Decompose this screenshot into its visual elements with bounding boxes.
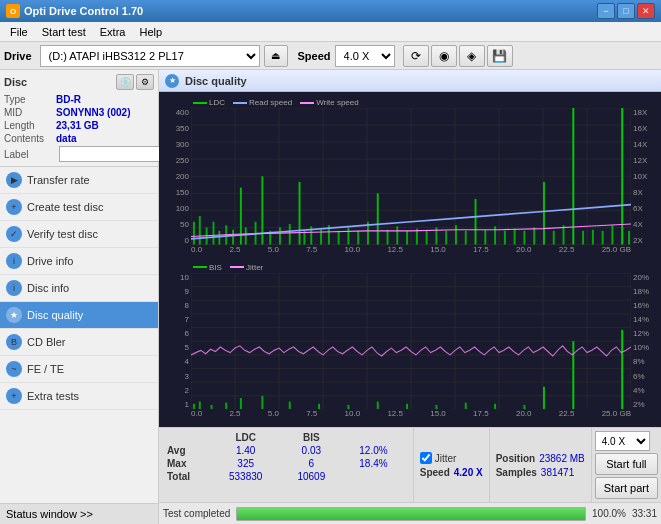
- chart2-legend: BIS Jitter: [193, 263, 263, 272]
- toolbar-btn-3[interactable]: ◈: [459, 45, 485, 67]
- chart1-inner: [191, 108, 631, 245]
- stats-jitter-max: 18.4%: [342, 457, 405, 470]
- svg-rect-57: [514, 229, 516, 245]
- x-tick-0-0: 0.0: [191, 245, 202, 254]
- toolbar-btn-1[interactable]: ⟳: [403, 45, 429, 67]
- chart1-svg: [191, 108, 631, 245]
- chart1-legend: LDC Read speed Write speed: [193, 98, 359, 107]
- quality-header: ★ Disc quality: [159, 70, 661, 92]
- nav-icon-cd-bler: B: [6, 334, 22, 350]
- sidebar-item-disc-quality[interactable]: ★ Disc quality: [0, 302, 158, 329]
- svg-rect-32: [279, 227, 281, 244]
- jitter-check-row: Jitter: [420, 452, 483, 464]
- speed-row: Speed 4.20 X: [420, 467, 483, 478]
- nav-label-disc-quality: Disc quality: [27, 309, 83, 321]
- y-tick-300: 300: [176, 140, 189, 149]
- svg-rect-56: [504, 231, 506, 245]
- drive-select[interactable]: (D:) ATAPI iHBS312 2 PL17: [40, 45, 260, 67]
- chart2: BIS Jitter 10 9 8 7 6 5 4 3: [163, 261, 657, 424]
- stats-table: LDC BIS Avg 1.40 0.03 12.0%: [167, 431, 405, 483]
- legend-jitter: Jitter: [230, 263, 263, 272]
- sidebar-item-create-test-disc[interactable]: + Create test disc: [0, 194, 158, 221]
- svg-rect-61: [553, 231, 555, 245]
- start-full-button[interactable]: Start full: [595, 453, 658, 475]
- close-button[interactable]: ✕: [637, 3, 655, 19]
- disc-icon-cd[interactable]: 💿: [116, 74, 134, 90]
- sidebar-item-cd-bler[interactable]: B CD Bler: [0, 329, 158, 356]
- x-tick-22-5: 22.5: [559, 245, 575, 254]
- svg-rect-60: [543, 182, 545, 245]
- sidebar-item-transfer-rate[interactable]: ▶ Transfer rate: [0, 167, 158, 194]
- sidebar-item-verify-test-disc[interactable]: ✓ Verify test disc: [0, 221, 158, 248]
- maximize-button[interactable]: □: [617, 3, 635, 19]
- svg-rect-52: [465, 231, 467, 245]
- speed-select-stats[interactable]: 4.0 X: [595, 431, 650, 451]
- status-window-button[interactable]: Status window >>: [0, 503, 158, 524]
- minimize-button[interactable]: −: [597, 3, 615, 19]
- jitter-checkbox[interactable]: [420, 452, 432, 464]
- stats-speed-label: Speed: [420, 467, 450, 478]
- chart2-y-left: 10 9 8 7 6 5 4 3 2 1: [163, 273, 191, 410]
- disc-label-key: Label: [4, 149, 56, 160]
- x-tick-10-0: 10.0: [345, 245, 361, 254]
- sidebar-item-drive-info[interactable]: i Drive info: [0, 248, 158, 275]
- menu-extra[interactable]: Extra: [94, 24, 132, 40]
- y-tick-150: 150: [176, 188, 189, 197]
- speed-select[interactable]: 4.0 X: [335, 45, 395, 67]
- progress-percent: 100.0%: [592, 508, 626, 519]
- nav-icon-disc-info: i: [6, 280, 22, 296]
- svg-rect-101: [377, 401, 379, 409]
- toolbar-buttons: ⟳ ◉ ◈ 💾: [403, 45, 513, 67]
- start-part-button[interactable]: Start part: [595, 477, 658, 499]
- svg-rect-98: [289, 401, 291, 409]
- nav-icon-extra-tests: +: [6, 388, 22, 404]
- disc-icon-area: 💿 ⚙: [116, 74, 154, 90]
- legend-read-speed: Read speed: [233, 98, 292, 107]
- position-row: Position 23862 MB: [496, 453, 585, 464]
- main-layout: Disc 💿 ⚙ Type BD-R MID SONYNN3 (002) Len…: [0, 70, 661, 524]
- y-tick-0: 0: [185, 236, 189, 245]
- eject-button[interactable]: ⏏: [264, 45, 288, 67]
- disc-length-value: 23,31 GB: [56, 120, 99, 131]
- menubar: File Start test Extra Help: [0, 22, 661, 42]
- legend-ldc: LDC: [193, 98, 225, 107]
- toolbar-btn-4[interactable]: 💾: [487, 45, 513, 67]
- disc-panel: Disc 💿 ⚙ Type BD-R MID SONYNN3 (002) Len…: [0, 70, 158, 167]
- svg-rect-109: [621, 329, 623, 409]
- app-title: Opti Drive Control 1.70: [24, 5, 143, 17]
- jitter-checkbox-label: Jitter: [435, 453, 457, 464]
- stats-bis-avg: 0.03: [280, 444, 342, 457]
- toolbar-btn-2[interactable]: ◉: [431, 45, 457, 67]
- samples-label: Samples: [496, 467, 537, 478]
- y-tick-250: 250: [176, 156, 189, 165]
- svg-rect-51: [455, 225, 457, 244]
- status-window-label: Status window >>: [6, 508, 93, 520]
- nav-icon-transfer-rate: ▶: [6, 172, 22, 188]
- y-tick-400: 400: [176, 108, 189, 117]
- chart2-svg: [191, 273, 631, 410]
- titlebar-left: O Opti Drive Control 1.70: [6, 4, 143, 18]
- menu-starttest[interactable]: Start test: [36, 24, 92, 40]
- x-tick-20-0: 20.0: [516, 245, 532, 254]
- nav-items: ▶ Transfer rate + Create test disc ✓ Ver…: [0, 167, 158, 503]
- sidebar: Disc 💿 ⚙ Type BD-R MID SONYNN3 (002) Len…: [0, 70, 159, 524]
- disc-contents-label: Contents: [4, 133, 56, 144]
- sidebar-item-disc-info[interactable]: i Disc info: [0, 275, 158, 302]
- menu-file[interactable]: File: [4, 24, 34, 40]
- svg-rect-67: [611, 225, 613, 244]
- menu-help[interactable]: Help: [133, 24, 168, 40]
- stats-row-avg: Avg 1.40 0.03 12.0%: [167, 444, 405, 457]
- svg-rect-54: [484, 230, 486, 245]
- disc-label-row: Label 🔍: [4, 146, 154, 162]
- chart1: LDC Read speed Write speed 400 350 300: [163, 96, 657, 259]
- start-buttons-area: 4.0 X Start full Start part: [591, 428, 661, 502]
- disc-type-value: BD-R: [56, 94, 81, 105]
- disc-icon-settings[interactable]: ⚙: [136, 74, 154, 90]
- sidebar-item-extra-tests[interactable]: + Extra tests: [0, 383, 158, 410]
- col-bis: BIS: [280, 431, 342, 444]
- speed-label: Speed: [298, 50, 331, 62]
- svg-rect-108: [572, 341, 574, 409]
- svg-rect-21: [199, 216, 201, 244]
- sidebar-item-fe-te[interactable]: ~ FE / TE: [0, 356, 158, 383]
- disc-length-label: Length: [4, 120, 56, 131]
